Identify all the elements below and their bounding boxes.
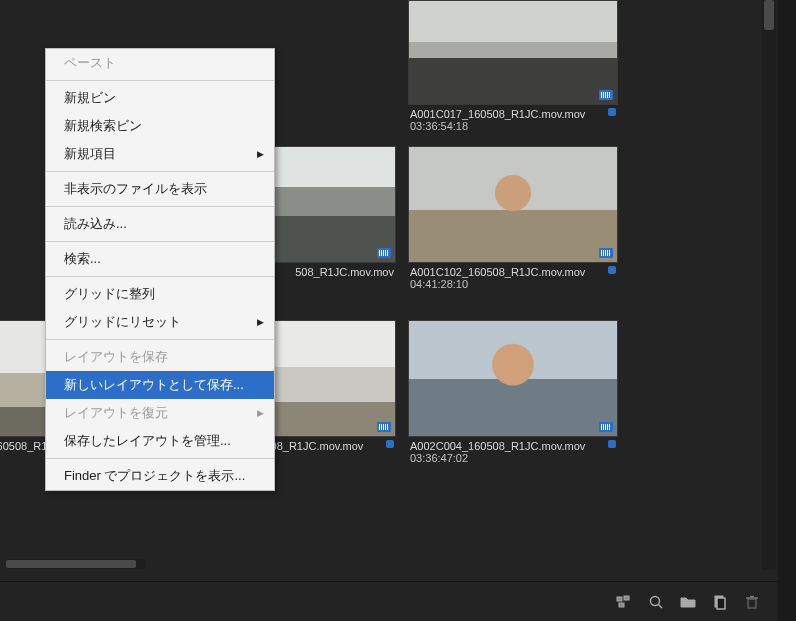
video-badge-icon: [377, 248, 391, 258]
svg-rect-6: [717, 598, 725, 609]
clip-thumbnail[interactable]: [408, 146, 618, 263]
clip-meta: A001C017_160508_R1JC.mov.mov 03:36:54:18: [408, 105, 618, 132]
svg-line-4: [659, 604, 663, 608]
horizontal-scrollbar[interactable]: [6, 559, 146, 569]
clip-card[interactable]: A002C004_160508_R1JC.mov.mov 03:36:47:02: [408, 320, 618, 464]
clip-name: A001C102_160508_R1JC.mov.mov: [410, 266, 616, 278]
menu-search[interactable]: 検索...: [46, 245, 274, 273]
context-menu: ペースト 新規ビン 新規検索ビン 新規項目 非表示のファイルを表示 読み込み..…: [45, 48, 275, 491]
menu-paste[interactable]: ペースト: [46, 49, 274, 77]
menu-reset-grid[interactable]: グリッドにリセット: [46, 308, 274, 336]
menu-separator: [46, 458, 274, 459]
new-item-icon[interactable]: [712, 594, 728, 610]
vertical-scrollbar-thumb[interactable]: [764, 0, 774, 30]
trash-icon[interactable]: [744, 594, 760, 610]
video-badge-icon: [377, 422, 391, 432]
svg-rect-2: [619, 603, 624, 607]
clip-thumbnail[interactable]: [408, 320, 618, 437]
clip-card[interactable]: A001C017_160508_R1JC.mov.mov 03:36:54:18: [408, 0, 618, 132]
menu-restore-layout[interactable]: レイアウトを復元: [46, 399, 274, 427]
new-bin-icon[interactable]: [680, 594, 696, 610]
menu-new-search-bin[interactable]: 新規検索ビン: [46, 112, 274, 140]
menu-separator: [46, 80, 274, 81]
menu-align-grid[interactable]: グリッドに整列: [46, 280, 274, 308]
horizontal-scrollbar-thumb[interactable]: [6, 560, 136, 568]
menu-save-layout[interactable]: レイアウトを保存: [46, 343, 274, 371]
menu-import[interactable]: 読み込み...: [46, 210, 274, 238]
vertical-scrollbar[interactable]: [762, 0, 776, 570]
menu-reveal-finder[interactable]: Finder でプロジェクトを表示...: [46, 462, 274, 490]
project-panel: A001C017_160508_R1JC.mov.mov 03:36:54:18…: [0, 0, 778, 621]
menu-new-item[interactable]: 新規項目: [46, 140, 274, 168]
clip-duration: 03:36:54:18: [410, 120, 616, 132]
label-dot-icon: [386, 440, 394, 448]
menu-manage-layouts[interactable]: 保存したレイアウトを管理...: [46, 427, 274, 455]
svg-point-3: [651, 596, 660, 605]
clip-name: A002C004_160508_R1JC.mov.mov: [410, 440, 616, 452]
label-dot-icon: [608, 108, 616, 116]
menu-separator: [46, 339, 274, 340]
menu-save-layout-as[interactable]: 新しいレイアウトとして保存...: [46, 371, 274, 399]
clip-meta: A001C102_160508_R1JC.mov.mov 04:41:28:10: [408, 263, 618, 290]
clip-thumbnail[interactable]: [408, 0, 618, 105]
label-dot-icon: [608, 266, 616, 274]
clip-duration: 03:36:47:02: [410, 452, 616, 464]
svg-rect-0: [617, 597, 622, 601]
menu-show-hidden[interactable]: 非表示のファイルを表示: [46, 175, 274, 203]
panel-toolbar: [0, 581, 778, 621]
clip-name: A001C017_160508_R1JC.mov.mov: [410, 108, 616, 120]
freeform-view-icon[interactable]: [616, 594, 632, 610]
video-badge-icon: [599, 248, 613, 258]
video-badge-icon: [599, 422, 613, 432]
right-gutter: [778, 0, 796, 621]
search-icon[interactable]: [648, 594, 664, 610]
label-dot-icon: [608, 440, 616, 448]
clip-meta: A002C004_160508_R1JC.mov.mov 03:36:47:02: [408, 437, 618, 464]
menu-separator: [46, 206, 274, 207]
video-badge-icon: [599, 90, 613, 100]
menu-separator: [46, 276, 274, 277]
svg-rect-8: [748, 599, 756, 608]
menu-separator: [46, 241, 274, 242]
clip-card[interactable]: A001C102_160508_R1JC.mov.mov 04:41:28:10: [408, 146, 618, 290]
menu-separator: [46, 171, 274, 172]
menu-new-bin[interactable]: 新規ビン: [46, 84, 274, 112]
clip-duration: 04:41:28:10: [410, 278, 616, 290]
svg-rect-1: [624, 596, 629, 600]
